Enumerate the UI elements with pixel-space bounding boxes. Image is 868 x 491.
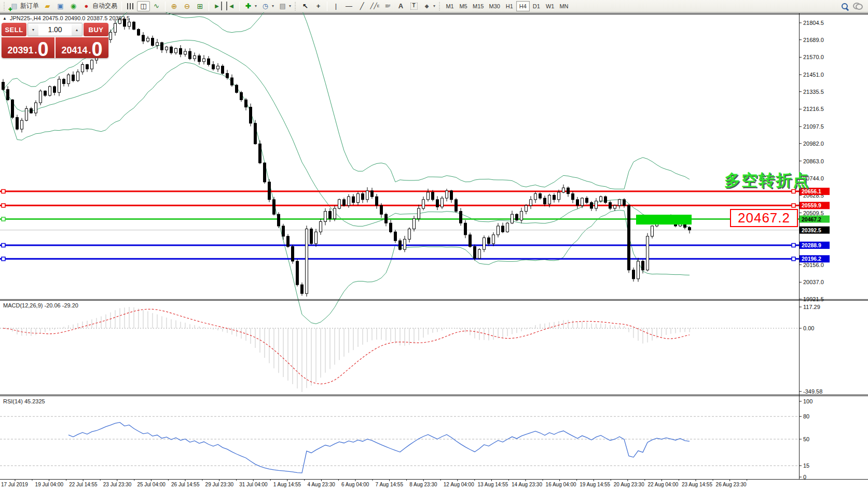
hline-anchor[interactable] xyxy=(2,257,5,261)
horizontal-line-tool-button[interactable]: — xyxy=(342,1,355,11)
autotrading-icon: ● xyxy=(82,2,91,10)
new-order-button[interactable]: ▤ 新订单 xyxy=(8,1,41,11)
price-callout-box[interactable]: 20467.2 xyxy=(730,209,798,227)
symbol-info: ▲ JPN225-,H4 20475.0 20490.0 20387.5 203… xyxy=(3,15,130,21)
candlestick-chart-button[interactable]: ◫ xyxy=(137,1,150,11)
svg-text:15: 15 xyxy=(803,462,809,469)
toolbar-separator xyxy=(165,2,166,11)
timeframe-button-M5[interactable]: M5 xyxy=(457,1,470,11)
sell-button[interactable]: SELL xyxy=(2,23,26,36)
timeframe-button-M30[interactable]: M30 xyxy=(486,1,502,11)
bar-chart-button[interactable] xyxy=(124,1,137,11)
svg-text:14 Aug 23:30: 14 Aug 23:30 xyxy=(512,482,542,487)
hline-anchor[interactable] xyxy=(2,217,5,221)
hline-anchor[interactable] xyxy=(2,204,5,207)
webtrader-button[interactable]: ▣ xyxy=(54,1,67,11)
zoom-out-button[interactable]: ⊖ xyxy=(181,1,194,11)
clock-icon: ◷ xyxy=(261,2,270,10)
highlight-box[interactable] xyxy=(636,215,692,225)
text-label-tool-button[interactable]: T xyxy=(407,1,420,11)
svg-text:23 Jul 23:30: 23 Jul 23:30 xyxy=(103,482,132,487)
svg-text:19 Aug 14:55: 19 Aug 14:55 xyxy=(580,482,610,487)
svg-text:20156.0: 20156.0 xyxy=(803,262,824,268)
fibonacci-icon: ≡F xyxy=(383,2,392,10)
periods-button[interactable]: ◷▾ xyxy=(259,1,276,11)
rsi-indicator-label: RSI(14) 45.2325 xyxy=(3,398,45,404)
vertical-line-tool-button[interactable]: | xyxy=(329,1,342,11)
cursor-tool-button[interactable]: ↖ xyxy=(299,1,312,11)
volume-input[interactable] xyxy=(38,23,72,36)
timeframe-button-MN[interactable]: MN xyxy=(557,1,571,11)
timeframe-button-W1[interactable]: W1 xyxy=(543,1,557,11)
deposit-button[interactable]: ▰ xyxy=(41,1,54,11)
text-icon: A xyxy=(396,2,405,10)
svg-text:22 Aug 04:00: 22 Aug 04:00 xyxy=(647,482,678,487)
toolbar-drag-handle[interactable] xyxy=(439,2,442,10)
svg-text:20559.9: 20559.9 xyxy=(802,202,821,208)
toolbar-separator xyxy=(239,2,240,11)
trendline-tool-button[interactable]: ╱ xyxy=(355,1,368,11)
search-icon[interactable] xyxy=(841,2,849,10)
svg-text:0.00: 0.00 xyxy=(803,325,814,331)
sell-price-button[interactable]: 20391 . 0 xyxy=(2,37,54,58)
tile-windows-button[interactable]: ⊞ xyxy=(194,1,206,11)
templates-button[interactable]: ▤▾ xyxy=(276,1,293,11)
svg-text:16 Aug 04:00: 16 Aug 04:00 xyxy=(546,482,576,487)
toolbar-drag-handle[interactable] xyxy=(295,2,297,10)
svg-text:20863.0: 20863.0 xyxy=(803,158,824,164)
svg-text:100: 100 xyxy=(803,398,812,404)
timeframe-group: M1M5M15M30H1H4D1W1MN xyxy=(443,1,571,11)
annotation-text[interactable]: 多空转折点 xyxy=(724,170,810,191)
buy-price-int: 20414 xyxy=(61,46,87,55)
chart-canvas[interactable]: 21804.521689.021570.021451.021335.521216… xyxy=(0,0,868,491)
timeframe-button-D1[interactable]: D1 xyxy=(530,1,543,11)
one-click-toggle-icon[interactable]: ▲ xyxy=(3,16,7,21)
svg-text:4 Aug 23:30: 4 Aug 23:30 xyxy=(307,482,335,487)
fibonacci-tool-button[interactable]: ≡F xyxy=(381,1,394,11)
svg-text:26 Jul 14:55: 26 Jul 14:55 xyxy=(171,482,200,487)
svg-text:20392.5: 20392.5 xyxy=(802,227,821,233)
symbol-ohlc-text: JPN225-,H4 20475.0 20490.0 20387.5 20392… xyxy=(10,15,130,21)
svg-text:22 Jul 14:55: 22 Jul 14:55 xyxy=(69,482,98,487)
timeframe-button-M15[interactable]: M15 xyxy=(470,1,486,11)
sell-price-frac: 0 xyxy=(37,41,48,57)
indicators-button[interactable]: ✚▾ xyxy=(242,1,259,11)
svg-text:117.29: 117.29 xyxy=(803,304,820,310)
trendline-icon: ╱ xyxy=(357,2,366,10)
chat-icon[interactable] xyxy=(853,2,863,10)
toolbar-drag-handle[interactable] xyxy=(4,2,6,10)
buy-button[interactable]: BUY xyxy=(84,23,108,36)
chart-window: 21804.521689.021570.021451.021335.521216… xyxy=(0,0,868,491)
svg-text:25 Jul 04:00: 25 Jul 04:00 xyxy=(137,482,166,487)
shapes-icon: ◆ xyxy=(422,2,431,10)
timeframe-button-H1[interactable]: H1 xyxy=(503,1,516,11)
one-click-trade-panel: SELL ▾ ▴ BUY 20391 . 0 20414 . 0 xyxy=(2,23,108,58)
toolbar-separator xyxy=(209,2,209,11)
crosshair-tool-button[interactable]: + xyxy=(312,1,325,11)
hline-anchor[interactable] xyxy=(792,257,795,261)
autotrading-button[interactable]: ● 自动交易 xyxy=(80,1,119,11)
hline-anchor[interactable] xyxy=(792,244,795,247)
volume-stepper: ▾ ▴ xyxy=(27,23,82,36)
volume-decrease-button[interactable]: ▾ xyxy=(28,23,38,36)
timeframe-button-M1[interactable]: M1 xyxy=(443,1,457,11)
svg-text:6 Aug 04:00: 6 Aug 04:00 xyxy=(341,482,369,487)
zoom-in-button[interactable]: ⊕ xyxy=(168,1,181,11)
hline-anchor[interactable] xyxy=(2,190,5,193)
hline-anchor[interactable] xyxy=(2,244,5,247)
channel-tool-button[interactable]: ╱╱E xyxy=(368,1,381,11)
new-order-icon: ▤ xyxy=(10,2,19,10)
hline-anchor[interactable] xyxy=(792,204,795,207)
auto-scroll-button[interactable]: ▶ xyxy=(211,1,224,11)
svg-text:29 Jul 23:30: 29 Jul 23:30 xyxy=(205,482,234,487)
cursor-icon: ↖ xyxy=(301,2,310,10)
shapes-tool-button[interactable]: ◆▾ xyxy=(420,1,437,11)
buy-price-button[interactable]: 20414 . 0 xyxy=(56,37,108,58)
volume-increase-button[interactable]: ▴ xyxy=(72,23,82,36)
text-label-icon: T xyxy=(410,3,418,10)
timeframe-button-H4[interactable]: H4 xyxy=(516,1,530,11)
signals-button[interactable]: ◉ xyxy=(67,1,80,11)
chart-shift-button[interactable]: ◀ xyxy=(224,1,237,11)
line-chart-button[interactable]: ∿ xyxy=(150,1,163,11)
text-tool-button[interactable]: A xyxy=(394,1,407,11)
